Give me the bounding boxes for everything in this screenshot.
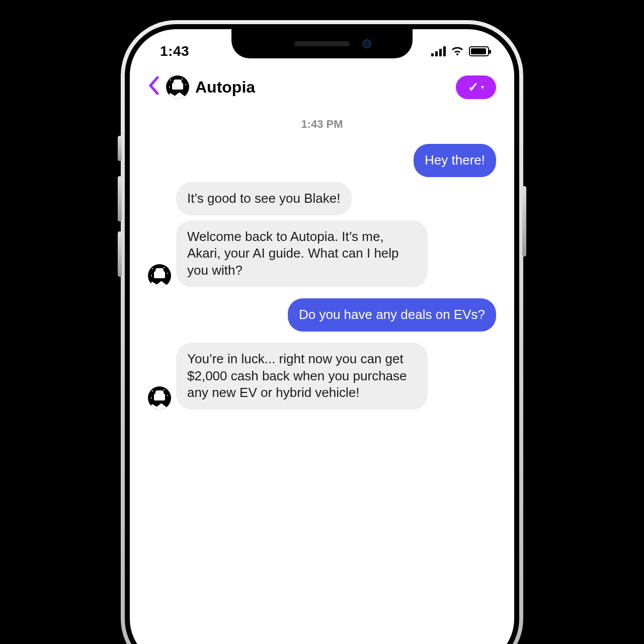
bot-message-bubble[interactable]: Welcome back to Autopia. It’s me, Akari,… [176,220,428,287]
phone-bezel: 1:43 Autopia [125,24,519,644]
cellular-signal-icon [431,46,446,56]
battery-icon [469,46,489,56]
dropdown-caret-icon: ▾ [481,84,484,91]
volume-down-button [118,231,122,277]
volume-up-button [118,176,122,221]
front-camera [362,39,371,48]
speaker-grille [294,41,350,46]
message-row: Hey there! [148,144,496,177]
brand: Autopia [166,75,449,99]
chat-header: Autopia ✓ ▾ [130,69,514,105]
bot-message-bubble[interactable]: It’s good to see you Blake! [176,182,352,215]
message-row: You’re in luck... right now you can get … [148,343,496,410]
avatar-slot [148,264,171,287]
user-message-bubble[interactable]: Do you have any deals on EVs? [288,298,496,332]
chat-scroll[interactable]: 1:43 PM Hey there! It’s good to see you … [130,110,514,644]
power-button [522,186,526,257]
avatar-slot [148,386,171,410]
autopia-logo-icon [148,264,171,287]
done-button[interactable]: ✓ ▾ [456,75,496,99]
stage: 1:43 Autopia [0,0,644,644]
checkmark-icon: ✓ [468,79,479,95]
chat-timestamp: 1:43 PM [148,118,496,131]
notch [231,29,413,58]
status-icons [431,46,489,56]
back-button[interactable] [148,76,159,99]
back-chevron-icon [148,76,159,95]
user-message-bubble[interactable]: Hey there! [414,144,496,177]
message-row: Welcome back to Autopia. It’s me, Akari,… [148,220,496,287]
autopia-logo-icon [166,75,189,99]
status-time: 1:43 [160,43,189,59]
mute-switch [118,136,122,161]
phone-screen: 1:43 Autopia [130,29,514,644]
bot-message-bubble[interactable]: You’re in luck... right now you can get … [176,343,428,410]
message-row: Do you have any deals on EVs? [148,298,496,332]
chat-title: Autopia [195,78,255,97]
message-row: It’s good to see you Blake! [148,182,496,215]
autopia-logo-icon [148,386,171,410]
wifi-icon [451,46,464,56]
phone-frame: 1:43 Autopia [121,20,523,644]
